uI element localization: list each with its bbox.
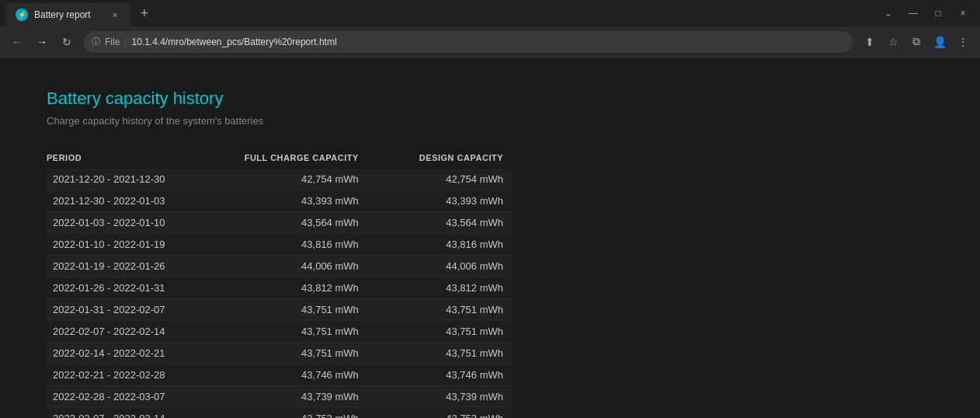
lock-icon: ⓘ	[92, 36, 100, 47]
cell-period: 2022-01-26 - 2022-01-31	[47, 277, 224, 299]
file-label: File	[105, 37, 120, 47]
browser-tab[interactable]: ⚡ Battery report ×	[6, 3, 130, 26]
list-tabs-button[interactable]: ⌄	[877, 2, 899, 24]
share-button[interactable]: ⬆	[859, 31, 881, 53]
cell-full-charge: 43,739 mWh	[224, 386, 368, 408]
tab-close-button[interactable]: ×	[109, 9, 121, 21]
column-header-fcc: FULL CHARGE CAPACITY	[224, 148, 368, 169]
table-row: 2022-02-07 - 2022-02-1443,751 mWh43,751 …	[47, 321, 513, 343]
cell-period: 2022-02-14 - 2022-02-21	[47, 343, 224, 364]
cell-full-charge: 44,006 mWh	[224, 256, 368, 277]
close-button[interactable]: ×	[952, 2, 974, 24]
table-row: 2022-01-19 - 2022-01-2644,006 mWh44,006 …	[47, 256, 513, 277]
tab-title: Battery report	[34, 9, 103, 20]
cell-design-capacity: 42,754 mWh	[368, 169, 513, 190]
address-bar[interactable]: ⓘ File | 10.1.4.4/mro/between_pcs/Batter…	[84, 31, 853, 53]
back-button[interactable]: ←	[6, 31, 28, 53]
cell-full-charge: 43,816 mWh	[224, 234, 368, 256]
table-row: 2022-01-31 - 2022-02-0743,751 mWh43,751 …	[47, 299, 513, 321]
cell-period: 2022-01-03 - 2022-01-10	[47, 212, 224, 234]
cell-full-charge: 43,812 mWh	[224, 277, 368, 299]
cell-period: 2022-01-10 - 2022-01-19	[47, 234, 224, 256]
cell-design-capacity: 43,564 mWh	[368, 212, 513, 234]
cell-full-charge: 43,751 mWh	[224, 299, 368, 321]
column-header-dc: DESIGN CAPACITY	[368, 148, 513, 169]
cell-period: 2022-02-28 - 2022-03-07	[47, 386, 224, 408]
page-title: Battery capacity history	[47, 89, 933, 109]
page-subtitle: Charge capacity history of the system's …	[47, 115, 933, 127]
cell-design-capacity: 43,746 mWh	[368, 364, 513, 386]
table-row: 2022-03-07 - 2022-03-1443,752 mWh43,752 …	[47, 408, 513, 419]
cell-design-capacity: 44,006 mWh	[368, 256, 513, 277]
favicon-icon: ⚡	[18, 11, 26, 19]
table-body: 2021-12-20 - 2021-12-3042,754 mWh42,754 …	[47, 169, 513, 418]
title-bar: ⚡ Battery report × + ⌄ — □ ×	[0, 0, 980, 26]
cell-design-capacity: 43,752 mWh	[368, 408, 513, 419]
address-url: 10.1.4.4/mro/between_pcs/Battery%20repor…	[131, 37, 845, 47]
maximize-button[interactable]: □	[927, 2, 949, 24]
new-tab-button[interactable]: +	[134, 2, 155, 24]
page-content: Battery capacity history Charge capacity…	[0, 57, 980, 418]
cell-full-charge: 43,564 mWh	[224, 212, 368, 234]
bookmark-button[interactable]: ☆	[882, 31, 904, 53]
table-row: 2022-01-10 - 2022-01-1943,816 mWh43,816 …	[47, 234, 513, 256]
reload-button[interactable]: ↻	[56, 31, 78, 53]
cell-design-capacity: 43,751 mWh	[368, 321, 513, 343]
forward-button[interactable]: →	[31, 31, 53, 53]
cell-period: 2022-03-07 - 2022-03-14	[47, 408, 224, 419]
cell-period: 2022-01-19 - 2022-01-26	[47, 256, 224, 277]
table-row: 2022-02-21 - 2022-02-2843,746 mWh43,746 …	[47, 364, 513, 386]
cell-period: 2021-12-20 - 2021-12-30	[47, 169, 224, 190]
battery-table: PERIOD FULL CHARGE CAPACITY DESIGN CAPAC…	[47, 148, 513, 418]
split-view-button[interactable]: ⧉	[905, 31, 927, 53]
cell-design-capacity: 43,751 mWh	[368, 299, 513, 321]
toolbar: ← → ↻ ⓘ File | 10.1.4.4/mro/between_pcs/…	[0, 26, 980, 57]
cell-period: 2022-02-07 - 2022-02-14	[47, 321, 224, 343]
table-header-row: PERIOD FULL CHARGE CAPACITY DESIGN CAPAC…	[47, 148, 513, 169]
table-row: 2021-12-20 - 2021-12-3042,754 mWh42,754 …	[47, 169, 513, 190]
table-row: 2022-01-03 - 2022-01-1043,564 mWh43,564 …	[47, 212, 513, 234]
more-button[interactable]: ⋮	[952, 31, 974, 53]
cell-design-capacity: 43,393 mWh	[368, 190, 513, 212]
table-row: 2022-02-14 - 2022-02-2143,751 mWh43,751 …	[47, 343, 513, 364]
cell-design-capacity: 43,751 mWh	[368, 343, 513, 364]
cell-full-charge: 42,754 mWh	[224, 169, 368, 190]
cell-period: 2022-01-31 - 2022-02-07	[47, 299, 224, 321]
table-row: 2022-01-26 - 2022-01-3143,812 mWh43,812 …	[47, 277, 513, 299]
toolbar-actions: ⬆ ☆ ⧉ 👤 ⋮	[859, 31, 974, 53]
title-bar-left: ⚡ Battery report × +	[6, 2, 155, 25]
cell-full-charge: 43,751 mWh	[224, 321, 368, 343]
profile-button[interactable]: 👤	[929, 31, 950, 53]
table-row: 2022-02-28 - 2022-03-0743,739 mWh43,739 …	[47, 386, 513, 408]
cell-full-charge: 43,751 mWh	[224, 343, 368, 364]
cell-period: 2022-02-21 - 2022-02-28	[47, 364, 224, 386]
title-bar-controls: ⌄ — □ ×	[877, 2, 974, 24]
tab-favicon: ⚡	[16, 9, 28, 21]
cell-design-capacity: 43,812 mWh	[368, 277, 513, 299]
table-row: 2021-12-30 - 2022-01-0343,393 mWh43,393 …	[47, 190, 513, 212]
browser-frame: ⚡ Battery report × + ⌄ — □ × ← → ↻ ⓘ Fil…	[0, 0, 980, 418]
cell-design-capacity: 43,739 mWh	[368, 386, 513, 408]
cell-period: 2021-12-30 - 2022-01-03	[47, 190, 224, 212]
column-header-period: PERIOD	[47, 148, 224, 169]
minimize-button[interactable]: —	[902, 2, 924, 24]
cell-full-charge: 43,393 mWh	[224, 190, 368, 212]
cell-design-capacity: 43,816 mWh	[368, 234, 513, 256]
cell-full-charge: 43,746 mWh	[224, 364, 368, 386]
cell-full-charge: 43,752 mWh	[224, 408, 368, 419]
